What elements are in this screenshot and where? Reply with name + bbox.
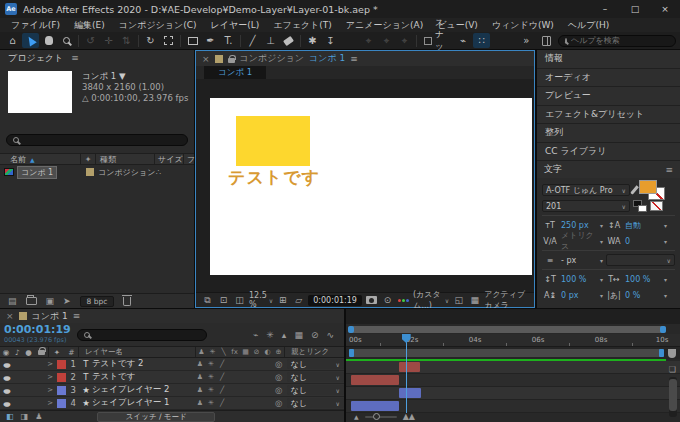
- layer-name[interactable]: シェイプレイヤー 1: [92, 397, 195, 409]
- layer-row-2[interactable]: ● > 2 T テストです ♟ ✳ ╱ ◎ なし∨: [0, 371, 344, 384]
- toolbar-overflow-chevron[interactable]: »: [518, 33, 535, 48]
- menu-animation[interactable]: アニメーション(A): [339, 19, 430, 32]
- current-time-display[interactable]: 0:00:01:19: [308, 295, 362, 306]
- work-area-end-handle[interactable]: [659, 349, 664, 357]
- expand-transfer-controls-icon[interactable]: ◨: [21, 412, 29, 421]
- panel-close-icon[interactable]: ×: [202, 54, 210, 64]
- rectangle-tool-icon[interactable]: [184, 33, 201, 48]
- roto-brush-tool-icon[interactable]: ✱: [304, 33, 321, 48]
- tracking-value[interactable]: 0: [625, 237, 659, 246]
- character-panel-menu-icon[interactable]: ≡: [665, 165, 673, 175]
- line-unit-value[interactable]: - px: [561, 256, 595, 265]
- kerning-value[interactable]: メトリクス: [561, 230, 595, 252]
- leading-caret-icon[interactable]: ▾: [664, 222, 667, 229]
- layer-track-1[interactable]: [346, 361, 680, 374]
- share-view-icon[interactable]: ◫: [233, 294, 246, 306]
- layer-row-3[interactable]: ● > 3 ★ シェイプレイヤー 2 ♟ ✳ ╱ ◎ なし∨: [0, 384, 344, 397]
- parent-select[interactable]: なし∨: [287, 372, 344, 382]
- work-area-start-handle[interactable]: [349, 349, 354, 357]
- menu-file[interactable]: ファイル(F): [4, 19, 67, 32]
- layer-expand-arrow[interactable]: >: [47, 373, 57, 381]
- channel-colors-icon[interactable]: [397, 294, 410, 306]
- interpret-footage-icon[interactable]: ▤: [8, 296, 17, 306]
- lock-column-icon[interactable]: [34, 350, 48, 355]
- font-style-select[interactable]: 201∨: [542, 200, 630, 212]
- comp-panel-comp-name[interactable]: コンポ 1: [309, 52, 345, 65]
- composition-canvas[interactable]: テストです: [210, 98, 532, 275]
- layer-label-swatch[interactable]: [57, 360, 66, 369]
- playhead-line[interactable]: [406, 334, 407, 413]
- layer-shy-toggle[interactable]: ♟: [194, 373, 205, 381]
- tracking-caret-icon[interactable]: ▾: [664, 238, 667, 245]
- panel-tab-align[interactable]: 整列: [537, 124, 680, 143]
- timeline-search-box[interactable]: [77, 329, 207, 341]
- audio-column-icon[interactable]: ♪: [12, 348, 23, 357]
- label-column-icon[interactable]: ✦: [81, 155, 95, 164]
- brush-tool-icon[interactable]: ╱: [244, 33, 261, 48]
- layer-collapse-toggle[interactable]: ✳: [205, 373, 216, 381]
- layer-name-column-header[interactable]: レイヤー名: [79, 347, 195, 357]
- layer-visibility-icon[interactable]: ●: [0, 387, 17, 394]
- work-area-bar[interactable]: [349, 349, 664, 357]
- font-family-select[interactable]: A-OTF じゅん Pro∨: [542, 184, 630, 196]
- timeline-tab-label[interactable]: コンポ 1: [32, 310, 68, 323]
- timeline-zoom-slider[interactable]: [365, 416, 397, 418]
- timeline-close-icon[interactable]: ×: [6, 311, 14, 321]
- baseline-shift-value[interactable]: 0 px: [561, 291, 595, 300]
- comp-panel-label[interactable]: コンポジション: [240, 52, 304, 65]
- composition-mini-flowchart-icon[interactable]: ⌁: [253, 330, 258, 340]
- comp-info-name[interactable]: コンポ 1 ▼: [82, 71, 188, 82]
- layer-label-swatch[interactable]: [57, 399, 66, 408]
- draft-3d-icon[interactable]: ✳: [266, 330, 274, 340]
- transparency-grid-icon[interactable]: ▦: [468, 294, 481, 306]
- yellow-shape-layer[interactable]: [236, 116, 310, 166]
- label-column-header-icon[interactable]: ✦: [49, 348, 65, 357]
- col-name[interactable]: 名前: [0, 154, 26, 165]
- layer-collapse-toggle[interactable]: ✳: [205, 386, 216, 394]
- horizontal-scale-value[interactable]: 100 %: [625, 275, 659, 284]
- home-icon[interactable]: ⌂: [4, 33, 21, 48]
- layer-shy-toggle[interactable]: ♟: [194, 360, 205, 368]
- always-preview-icon[interactable]: ⧉: [201, 294, 214, 306]
- layer-name[interactable]: シェイプレイヤー 2: [92, 384, 195, 396]
- graph-editor-icon[interactable]: ∿: [326, 330, 334, 340]
- no-stroke-swatch[interactable]: [650, 201, 663, 211]
- navigator-handle-left[interactable]: [348, 326, 354, 333]
- parent-pickwhip-icon[interactable]: ◎: [271, 385, 287, 395]
- panel-tab-info[interactable]: 情報: [537, 50, 680, 69]
- zoom-out-mountain-icon[interactable]: ▲: [354, 413, 359, 420]
- parent-select[interactable]: なし∨: [287, 398, 344, 408]
- panel-tab-cc-libraries[interactable]: CC ライブラリ: [537, 143, 680, 162]
- eyedropper-icon[interactable]: [630, 185, 639, 195]
- comp-marker-icon[interactable]: ❏: [669, 365, 676, 374]
- menu-effect[interactable]: エフェクト(T): [266, 19, 339, 32]
- layer-visibility-icon[interactable]: ●: [0, 400, 17, 407]
- new-folder-icon[interactable]: [26, 297, 37, 305]
- text-tool-icon[interactable]: T.: [220, 33, 237, 48]
- timeline-panel-menu-icon[interactable]: ≡: [73, 311, 81, 321]
- col-type[interactable]: 種類: [96, 154, 154, 165]
- selection-tool-icon[interactable]: [22, 33, 39, 48]
- mask-path-visibility-icon[interactable]: ▱: [292, 294, 305, 306]
- project-panel-menu-icon[interactable]: ≡: [71, 53, 79, 63]
- number-column-header[interactable]: #: [65, 348, 78, 357]
- hide-shy-layers-icon[interactable]: ▴: [282, 330, 287, 340]
- project-settings-icon[interactable]: ➤: [63, 296, 71, 306]
- switches-modes-button[interactable]: スイッチ / モード: [97, 412, 215, 422]
- layer-visibility-icon[interactable]: ●: [0, 374, 17, 381]
- rotation-tool-icon[interactable]: ↻: [142, 33, 159, 48]
- layer-quality-toggle[interactable]: ╱: [216, 360, 227, 368]
- region-of-interest-icon[interactable]: ◱: [452, 294, 465, 306]
- maximize-button[interactable]: □: [620, 0, 650, 18]
- help-search-box[interactable]: [558, 35, 676, 47]
- layer-expand-arrow[interactable]: >: [47, 360, 57, 368]
- marker-bin-icon[interactable]: [668, 349, 676, 358]
- layer-quality-toggle[interactable]: ╱: [216, 399, 227, 407]
- scrollbar-thumb[interactable]: [669, 379, 677, 411]
- layer-track-3[interactable]: [346, 387, 680, 400]
- font-size-caret-icon[interactable]: ▾: [600, 222, 603, 229]
- minimize-button[interactable]: –: [590, 0, 620, 18]
- magnification-select[interactable]: 12.5 %∨: [249, 291, 273, 309]
- fill-color-swatch[interactable]: [639, 180, 657, 194]
- line-unit-caret-icon[interactable]: ▾: [600, 257, 603, 264]
